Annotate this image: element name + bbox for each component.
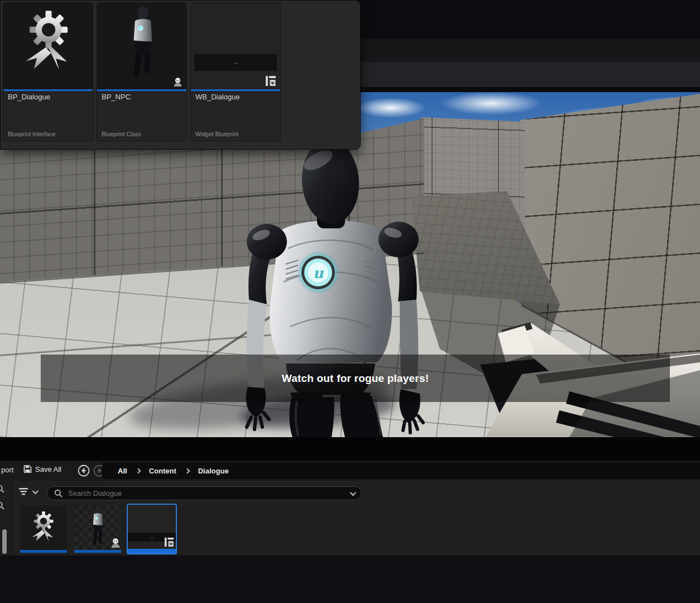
asset-card-wb-dialogue[interactable]: — WB_Dialogue Widget Blueprint bbox=[190, 2, 281, 141]
chevron-down-icon bbox=[32, 487, 39, 494]
editor-toolbar-strip bbox=[361, 39, 700, 62]
card-name: WB_Dialogue bbox=[195, 93, 240, 101]
card-thumbnail bbox=[3, 3, 93, 89]
mannequin-thumbnail bbox=[124, 6, 161, 86]
clipped-search-icon[interactable] bbox=[0, 485, 5, 494]
save-icon bbox=[23, 465, 32, 473]
unreal-editor-window: u Watch bbox=[0, 0, 700, 603]
card-thumbnail bbox=[97, 3, 186, 89]
card-name: BP_NPC bbox=[102, 93, 131, 101]
search-input[interactable] bbox=[67, 489, 346, 498]
vertical-scrollbar[interactable] bbox=[2, 529, 7, 554]
save-all-button[interactable]: Save All bbox=[23, 465, 61, 473]
asset-tooltip-popup: BP_Dialogue Blueprint Interface BP_NPC B… bbox=[0, 0, 361, 150]
mannequin-thumbnail bbox=[88, 506, 108, 549]
hud-message-bar: Watch out for rogue players! bbox=[41, 355, 670, 402]
widget-preview-band: — bbox=[194, 54, 277, 71]
editor-toolbar-strip-lower bbox=[361, 62, 700, 87]
card-accent-line bbox=[191, 89, 280, 91]
asset-card-bp-dialogue[interactable]: BP_Dialogue Blueprint Interface bbox=[3, 2, 93, 141]
selected-tile-bar bbox=[128, 549, 176, 553]
content-browser-footer bbox=[0, 556, 700, 603]
search-icon bbox=[54, 489, 63, 498]
card-accent-line bbox=[3, 89, 93, 91]
person-icon bbox=[173, 77, 183, 87]
content-browser-toolbar: port Save All All Content Dialogue bbox=[0, 461, 700, 481]
chevron-right-icon bbox=[135, 468, 141, 473]
card-type: Blueprint Interface bbox=[8, 131, 55, 137]
asset-tile-wb-dialogue-selected[interactable]: — bbox=[127, 504, 177, 554]
back-button[interactable] bbox=[76, 463, 91, 478]
filter-button[interactable] bbox=[18, 487, 37, 496]
card-thumbnail: — bbox=[191, 3, 280, 89]
breadcrumb-item-content[interactable]: Content bbox=[149, 467, 176, 475]
svg-text:u: u bbox=[313, 265, 324, 281]
asset-card-bp-npc[interactable]: BP_NPC Blueprint Class bbox=[97, 2, 187, 141]
widget-icon bbox=[164, 537, 174, 547]
filter-icon bbox=[18, 487, 28, 496]
save-all-label: Save All bbox=[35, 465, 61, 473]
viewport-bottom-gap bbox=[0, 437, 700, 461]
asset-tile-bp-dialogue[interactable] bbox=[20, 505, 67, 550]
blueprint-interface-icon bbox=[18, 9, 79, 71]
breadcrumb-item-all[interactable]: All bbox=[118, 467, 127, 475]
import-button[interactable]: port bbox=[1, 466, 13, 474]
content-browser: — bbox=[0, 481, 700, 556]
breadcrumb: All Content Dialogue bbox=[102, 462, 700, 479]
asset-tile-bp-npc[interactable] bbox=[74, 505, 121, 550]
blueprint-interface-icon bbox=[28, 511, 59, 542]
chest-ue-emblem: u bbox=[297, 251, 339, 294]
hud-message-text: Watch out for rogue players! bbox=[282, 372, 429, 385]
breadcrumb-item-dialogue[interactable]: Dialogue bbox=[198, 467, 229, 475]
clipped-search-icon[interactable] bbox=[0, 501, 5, 510]
card-accent-line bbox=[97, 89, 186, 91]
editor-top-background bbox=[361, 0, 700, 39]
asset-tile-accent bbox=[74, 550, 121, 553]
card-type: Blueprint Class bbox=[102, 131, 141, 137]
card-type: Widget Blueprint bbox=[195, 131, 238, 137]
chevron-right-icon bbox=[184, 468, 190, 473]
viewport-top-border bbox=[361, 87, 700, 92]
asset-tile-accent bbox=[20, 550, 67, 553]
widget-icon bbox=[265, 75, 276, 87]
search-dropdown-chevron-icon[interactable] bbox=[350, 489, 356, 495]
card-name: BP_Dialogue bbox=[8, 93, 50, 101]
person-icon bbox=[111, 538, 121, 548]
sources-panel-edge bbox=[0, 481, 12, 556]
search-box[interactable] bbox=[47, 486, 362, 500]
